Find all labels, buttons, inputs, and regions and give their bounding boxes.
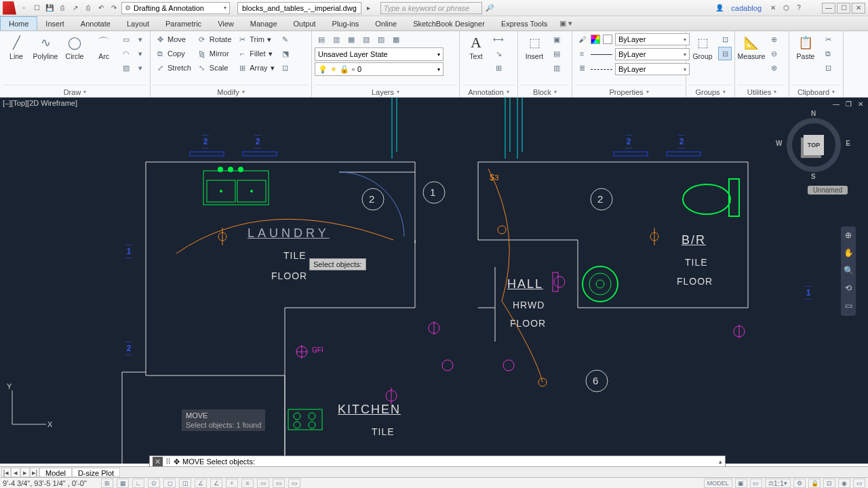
print-icon[interactable]: ⎙ [83,3,94,14]
lock-ui-icon[interactable]: 🔒 [808,479,821,488]
redo-icon[interactable]: ↷ [108,3,119,14]
maximize-button[interactable]: ☐ [837,3,850,14]
color-select[interactable]: ByLayer [615,33,690,45]
drawing-canvas[interactable] [0,98,868,464]
tab-annotate[interactable]: Annotate [73,16,119,30]
match-props-icon[interactable]: 🖌 [575,33,589,46]
fillet-button[interactable]: ⌐Fillet ▾ [235,47,276,60]
polyline-button[interactable]: ∿Polyline [32,33,59,62]
tab-last-icon[interactable]: ▸| [30,468,39,477]
cmdline-grip-icon[interactable]: ⠿ [165,458,171,466]
layout-max-icon[interactable]: ▭ [750,479,762,488]
tab-first-icon[interactable]: |◂ [1,468,11,477]
lineweight-select[interactable]: ByLayer [615,48,690,60]
anno-scale[interactable]: ⚖ 1:1 ▾ [765,479,791,488]
isolate-icon[interactable]: ◉ [838,479,850,488]
cmdline-expand-icon[interactable]: ▴ [719,458,722,465]
ortho-toggle[interactable]: ∟ [132,479,144,488]
doc-menu-icon[interactable]: ▸ [363,3,374,14]
close-button[interactable]: ✕ [852,3,865,14]
workspace-select[interactable]: Drafting & Annotation▾ [121,2,230,14]
panel-title-groups[interactable]: Groups [689,85,732,97]
rectangle-icon[interactable]: ▭ [119,33,133,46]
tab-home[interactable]: Home [0,16,37,30]
save-icon[interactable]: 💾 [44,3,55,14]
app-logo-icon[interactable] [3,1,16,15]
drawing-viewport[interactable]: [–][Top][2D Wireframe] — ❐ ✕ [0,98,868,464]
ducs-toggle[interactable]: ∠ [210,479,222,488]
tab-sketchbook[interactable]: SketchBook Designer [405,16,493,30]
tab-parametric[interactable]: Parametric [157,16,210,30]
tab-manage[interactable]: Manage [242,16,285,30]
navigation-bar[interactable]: ⊕ ✋ 🔍 ⟲ ▭ [841,226,856,316]
panel-title-properties[interactable]: Properties [575,85,683,97]
minimize-button[interactable]: — [822,3,835,14]
tab-prev-icon[interactable]: ◂ [11,468,20,477]
panel-title-clipboard[interactable]: Clipboard [792,85,840,97]
linetype-select[interactable]: ByLayer [615,63,690,75]
viewcube-chip[interactable]: Unnamed [808,186,848,195]
tab-model[interactable]: Model [39,468,72,477]
qp-toggle[interactable]: ▭ [273,479,285,488]
signin-icon[interactable]: 👤 [714,3,725,14]
cut-icon[interactable]: ✂ [821,33,835,46]
tab-layout[interactable]: Layout [119,16,157,30]
viewcube[interactable]: N S W E TOP [780,111,848,179]
nav-pan-icon[interactable]: ✋ [843,248,854,259]
offset-icon[interactable]: ⊡ [279,61,292,75]
ws-switch-icon[interactable]: ⚙ [793,479,806,488]
copy-button[interactable]: ⧉Copy [153,47,193,60]
insert-button[interactable]: ⬚Insert [521,33,548,62]
tab-online[interactable]: Online [367,16,405,30]
measure-button[interactable]: 📐Measure [738,33,765,62]
exchange-icon[interactable]: ✕ [768,3,778,14]
grid-toggle[interactable]: ▦ [117,479,129,488]
new-icon[interactable]: ▫ [18,3,29,14]
model-space-toggle[interactable]: MODEL [704,479,732,488]
tpy-toggle[interactable]: ▭ [257,479,269,488]
otrack-toggle[interactable]: ∠ [195,479,207,488]
move-button[interactable]: ✥Move [153,33,193,46]
hardware-accel-icon[interactable]: ⊡ [823,479,835,488]
tab-express[interactable]: Express Tools [493,16,555,30]
tab-next-icon[interactable]: ▸ [20,468,30,477]
nav-showmotion-icon[interactable]: ▭ [843,301,854,312]
sc-toggle[interactable]: ▭ [288,479,300,488]
ellipse-icon[interactable]: ◠ [119,47,133,60]
panel-title-layers[interactable]: Layers [315,85,456,97]
tab-overflow-icon[interactable]: ▣ ▾ [555,16,576,30]
layer-current-select[interactable]: 💡☀🔓▫0▾ [315,62,443,76]
saveas-icon[interactable]: ⎙ [57,3,68,14]
erase-icon[interactable]: ✎ [279,33,292,46]
document-tab[interactable]: blocks_and_tables_-_imperial.dwg [237,2,361,14]
panel-title-utilities[interactable]: Utilities [738,85,786,97]
layer-props-icon[interactable]: ▤ [315,33,328,46]
array-button[interactable]: ⊞Array ▾ [235,61,276,75]
nav-zoom-icon[interactable]: 🔍 [843,266,854,277]
tab-plugins[interactable]: Plug-ins [324,16,368,30]
3dosnap-toggle[interactable]: ◫ [179,479,191,488]
paste-button[interactable]: 📋Paste [792,33,819,62]
tab-view[interactable]: View [210,16,242,30]
cloud-icon[interactable]: ⬡ [781,3,791,14]
layer-state-select[interactable]: Unsaved Layer State▾ [315,47,443,61]
panel-title-block[interactable]: Block [521,85,569,97]
panel-title-annotation[interactable]: Annotation [462,85,515,97]
table-icon[interactable]: ⊞ [492,61,505,75]
panel-title-modify[interactable]: Modify [153,85,309,97]
line-button[interactable]: ╱Line [3,33,30,62]
trim-button[interactable]: ✂Trim ▾ [235,33,276,46]
snap-toggle[interactable]: ⊞ [101,479,113,488]
layout-quick-icon[interactable]: ▣ [735,479,747,488]
nav-orbit-icon[interactable]: ⟲ [843,283,854,294]
rotate-button[interactable]: ⟳Rotate [195,33,233,46]
dim-icon[interactable]: ⟷ [492,33,505,46]
search-icon[interactable]: 🔎 [484,3,495,14]
tab-output[interactable]: Output [285,16,324,30]
tab-insert[interactable]: Insert [37,16,73,30]
open-icon[interactable]: ☐ [31,3,42,14]
stretch-button[interactable]: ⤢Stretch [153,61,193,75]
lwt-toggle[interactable]: ≡ [241,479,254,488]
clip-copy-icon[interactable]: ⧉ [821,47,835,60]
hatch-icon[interactable]: ▨ [119,61,133,75]
